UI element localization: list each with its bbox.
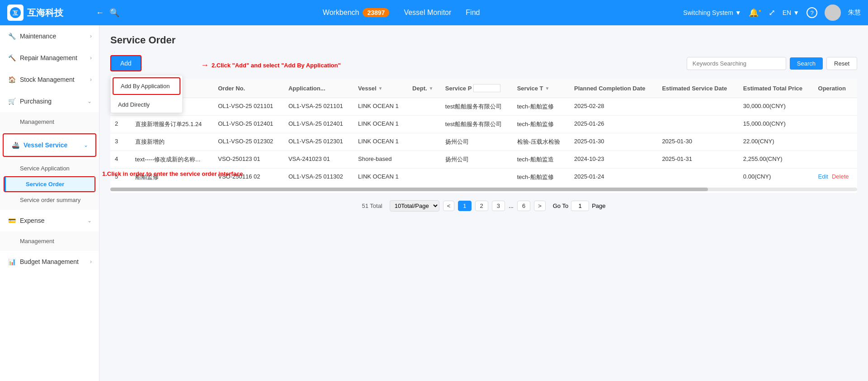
table-row: 2直接新增服务订单25.1.24OL1-VSO-25 012401OL1-VSA… [110,116,857,133]
reset-button[interactable]: Reset [826,57,857,70]
col-operation: Operation [814,79,857,98]
goto-label: Go To [553,202,568,209]
service-provider-filter-input[interactable] [473,84,500,92]
table-row: 4text-----修改成新的名称...VSO-250123 01VSA-241… [110,151,857,169]
col-application-no: Application... [284,79,354,98]
cell-dept [408,169,441,186]
add-button-area: Add Add By Application Add Directly [110,55,142,71]
sidebar-item-service-application[interactable]: Service Application [0,161,99,175]
delete-button[interactable]: Delete [832,173,849,180]
scrollbar-thumb [110,188,708,191]
repair-chevron-icon: › [90,55,92,61]
cell-operation [814,116,857,133]
maintenance-chevron-icon: › [90,33,92,39]
cell-no: 3 [110,133,131,151]
find-link[interactable]: Find [466,9,480,17]
sidebar-item-purchasing-management[interactable]: Management [0,115,99,129]
cell-order-name: text-----修改成新的名称... [131,151,213,169]
page-6-button[interactable]: 6 [517,201,530,211]
toolbar: Add Add By Application Add Directly → 2.… [110,55,857,71]
lang-chevron-icon: ▼ [793,9,799,16]
cell-vessel: Shore-based [354,151,408,169]
vessel-monitor-link[interactable]: Vessel Monitor [404,9,451,17]
expand-icon[interactable]: ⤢ [769,8,775,18]
cell-vessel: LINK OCEAN 1 [354,169,408,186]
horizontal-scrollbar[interactable] [110,188,857,191]
sidebar-item-maintenance[interactable]: 🔧 Maintenance › [0,25,99,47]
sidebar-item-purchasing[interactable]: 🛒 Purchasing ⌄ [0,90,99,112]
cell-estimated-service-date [657,98,738,116]
expense-icon: 💳 [7,216,16,225]
budget-chevron-icon: › [90,259,92,265]
next-page-button[interactable]: > [534,201,546,211]
sidebar-item-expense-management[interactable]: Management [0,234,99,248]
search-button[interactable]: Search [790,57,823,70]
top-navigation: 互 互海科技 ← 🔍 Workbench 23897 Vessel Monito… [0,0,868,25]
cell-service-type: tech-船舶监修 [513,98,570,116]
main-content: Service Order Add Add By Application Add… [99,25,868,381]
app-body: 🔧 Maintenance › 🔨 Repair Management › 🏠 … [0,25,868,381]
page-3-button[interactable]: 3 [492,201,505,211]
switching-system-label: Switching System [683,9,733,16]
page-2-button[interactable]: 2 [475,201,488,211]
sidebar-item-budget-management[interactable]: 📊 Budget Management › [0,251,99,273]
goto-input[interactable] [571,201,589,211]
add-button[interactable]: Add [110,55,142,71]
cell-planned-completion: 2025-01-24 [570,169,657,186]
cell-vessel: LINK OCEAN 1 [354,116,408,133]
cell-application-no: OL1-VSA-25 011302 [284,169,354,186]
cell-estimated-service-date: 2025-01-30 [657,133,738,151]
edit-button[interactable]: Edit [818,173,828,180]
add-by-application-option[interactable]: Add By Application [113,77,180,95]
sidebar-item-repair-management[interactable]: 🔨 Repair Management › [0,47,99,69]
back-button[interactable]: ← [96,8,104,18]
table-row: 1OL1-VSO-25 021101OL1-VSA-25 021101LINK … [110,98,857,116]
vessel-filter-icon[interactable]: ▼ [378,86,383,91]
search-area: Search Reset [687,57,857,70]
sidebar-item-vessel-service[interactable]: 🚢 Vessel Service ⌄ [4,134,95,156]
switching-system-button[interactable]: Switching System ▼ [683,9,741,16]
notification-bell[interactable]: 🔔● [749,8,761,18]
sidebar-item-stock-management[interactable]: 🏠 Stock Management › [0,69,99,90]
cell-dept [408,116,441,133]
repair-icon: 🔨 [7,53,16,62]
col-order-no: Order No. [213,79,284,98]
cell-dept [408,151,441,169]
goto-area: Go To Page [553,201,606,211]
col-estimated-total-price: Estimated Total Price [739,79,814,98]
cell-operation: EditDelete [814,169,857,186]
col-service-provider: Service P [441,79,513,98]
purchasing-chevron-icon: ⌄ [87,98,92,104]
cell-application-no: OL1-VSA-25 021101 [284,98,354,116]
workbench-label: Workbench [323,9,359,17]
sidebar-maintenance-label: Maintenance [20,33,56,40]
prev-page-button[interactable]: < [443,201,455,211]
dept-filter-icon[interactable]: ▼ [429,86,434,91]
search-button[interactable]: 🔍 [109,8,119,18]
col-dept: Dept. ▼ [408,79,441,98]
lang-label: EN [783,9,791,16]
add-directly-option[interactable]: Add Directly [111,97,182,113]
page-1-button[interactable]: 1 [458,201,471,211]
workbench-button[interactable]: Workbench 23897 [323,8,390,17]
page-size-select[interactable]: 10Total/Page [390,200,439,212]
cell-vessel: LINK OCEAN 1 [354,98,408,116]
budget-icon: 📊 [7,257,16,266]
sidebar-item-expense[interactable]: 💳 Expense ⌄ [0,210,99,231]
col-service-type: Service T ▼ [513,79,570,98]
sidebar-item-service-order-summary[interactable]: Service order summary [0,193,99,207]
sidebar-item-service-order[interactable]: Service Order [5,177,94,191]
sidebar-expense-label: Expense [20,217,44,224]
cell-order-no: OL1-VSO-25 012302 [213,133,284,151]
col-planned-completion: Planned Completion Date [570,79,657,98]
pagination-total: 51 Total [362,202,382,209]
language-selector[interactable]: EN ▼ [783,9,799,16]
stock-chevron-icon: › [90,76,92,83]
search-input[interactable] [687,57,786,70]
cell-application-no: OL1-VSA-25 012301 [284,133,354,151]
user-name: 朱慧 [848,9,861,17]
help-button[interactable]: ? [807,7,817,18]
cell-estimated-service-date [657,116,738,133]
cell-service-provider: 扬州公司 [441,133,513,151]
service-type-filter-icon[interactable]: ▼ [545,86,549,91]
